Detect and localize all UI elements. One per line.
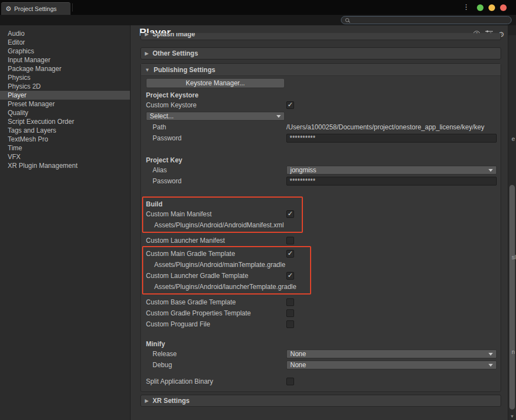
sidebar-item-preset-manager[interactable]: Preset Manager (0, 100, 130, 108)
sidebar-item-package-manager[interactable]: Package Manager (0, 64, 130, 73)
sidebar-item-input-manager[interactable]: Input Manager (0, 56, 130, 64)
settings-scroll-content: ▶ Splash Image ▶ Other Settings ▼ Publis… (140, 33, 501, 407)
keystore-password-field[interactable]: ********** (286, 134, 497, 143)
main-template-path: Assets/Plugins/Android/mainTemplate.grad… (146, 259, 310, 270)
sidebar-item-script-execution-order[interactable]: Script Execution Order (0, 117, 130, 126)
chevron-down-icon (488, 353, 493, 356)
section-splash-image-clipped: ▶ Splash Image (140, 33, 501, 41)
sidebar-item-graphics[interactable]: Graphics (0, 47, 130, 56)
window-minimize-button[interactable] (488, 4, 495, 11)
key-password-label: Password (146, 177, 286, 185)
search-box[interactable] (341, 16, 512, 24)
background-window-fragment: n (512, 348, 515, 355)
key-password-value: ********** (290, 177, 316, 185)
keystore-manager-button[interactable]: Keystore Manager... (146, 78, 285, 88)
settings-category-list: Audio Editor Graphics Input Manager Pack… (0, 25, 131, 420)
minify-debug-dropdown[interactable]: None (286, 361, 497, 369)
sidebar-item-quality[interactable]: Quality (0, 108, 130, 117)
search-input[interactable] (351, 17, 511, 24)
annotation-highlight-gradle: Custom Main Gradle Template Assets/Plugi… (142, 246, 311, 294)
section-header-xr-settings[interactable]: ▶ XR Settings (140, 395, 501, 407)
search-icon (345, 18, 349, 22)
custom-launcher-manifest-label: Custom Launcher Manifest (146, 237, 286, 244)
custom-base-gradle-checkbox[interactable] (286, 298, 294, 306)
sidebar-item-audio[interactable]: Audio (0, 29, 130, 38)
minify-release-dropdown[interactable]: None (286, 350, 497, 358)
tab-title: Project Settings (14, 6, 57, 12)
tab-divider (72, 3, 73, 12)
alias-dropdown[interactable]: jongmiss (286, 166, 497, 174)
sidebar-item-time[interactable]: Time (0, 144, 130, 152)
custom-base-gradle-label: Custom Base Gradle Template (146, 298, 286, 306)
path-label: Path (146, 123, 286, 131)
custom-keystore-checkbox[interactable] (286, 101, 294, 109)
keystore-path-value: /Users/a1000258/Documents/project/onesto… (286, 123, 485, 131)
sidebar-item-physics-2d[interactable]: Physics 2D (0, 82, 130, 91)
sidebar-item-editor[interactable]: Editor (0, 38, 130, 47)
gear-icon: ⚙ (6, 5, 12, 13)
project-keystore-heading: Project Keystore (146, 91, 501, 100)
keystore-select-value: Select... (150, 112, 173, 120)
custom-main-manifest-label: Custom Main Manifest (146, 210, 286, 218)
custom-launcher-gradle-label: Custom Launcher Gradle Template (146, 272, 286, 280)
more-menu-icon[interactable]: ⋮ (463, 3, 470, 11)
sidebar-item-tags-and-layers[interactable]: Tags and Layers (0, 126, 130, 135)
section-label: Other Settings (153, 50, 198, 57)
background-window-fragment: e (512, 135, 515, 142)
split-application-binary-label: Split Application Binary (146, 378, 286, 385)
minify-release-value: None (290, 350, 306, 358)
alias-label: Alias (146, 166, 286, 174)
scrollbar-down-arrow-icon[interactable]: ▼ (508, 414, 516, 419)
custom-gradle-properties-checkbox[interactable] (286, 309, 294, 317)
custom-launcher-manifest-checkbox[interactable] (286, 237, 294, 244)
custom-main-gradle-checkbox[interactable] (286, 250, 294, 258)
custom-main-manifest-checkbox[interactable] (286, 210, 294, 218)
vertical-scrollbar[interactable]: ▼ (508, 25, 516, 420)
split-application-binary-checkbox[interactable] (286, 378, 294, 385)
foldout-expanded-icon: ▼ (145, 67, 150, 73)
sidebar-item-textmesh-pro[interactable]: TextMesh Pro (0, 135, 130, 144)
background-window-fragment: sl (512, 254, 516, 260)
publishing-settings-content: Keystore Manager... Project Keystore Cus… (141, 76, 501, 391)
keystore-password-label: Password (146, 134, 286, 142)
android-manifest-path: Assets/Plugins/Android/AndroidManifest.x… (146, 220, 302, 231)
minify-heading: Minify (146, 340, 501, 348)
launcher-template-path: Assets/Plugins/Android/launcherTemplate.… (146, 281, 310, 292)
scrollbar-top-cap (508, 25, 516, 35)
foldout-collapsed-icon: ▶ (145, 398, 149, 403)
scrollbar-thumb[interactable] (509, 185, 515, 410)
chevron-down-icon (488, 364, 493, 367)
section-header-publishing-settings[interactable]: ▼ Publishing Settings (141, 64, 501, 76)
sidebar-item-xr-plugin-management[interactable]: XR Plugin Management (0, 161, 130, 170)
keystore-password-value: ********** (290, 134, 316, 142)
custom-proguard-file-checkbox[interactable] (286, 320, 294, 328)
window-zoom-button[interactable] (477, 4, 484, 11)
minify-debug-label: Debug (146, 361, 286, 369)
foldout-collapsed-icon: ▶ (145, 33, 149, 37)
custom-proguard-file-label: Custom Proguard File (146, 320, 286, 328)
player-settings-panel: Player ? ⚙ ▶ Splash Image (131, 25, 508, 420)
build-heading: Build (146, 200, 302, 209)
sidebar-item-player[interactable]: Player (0, 91, 130, 100)
project-key-heading: Project Key (146, 156, 501, 165)
section-label: Splash Image (153, 33, 195, 38)
chevron-down-icon (488, 169, 493, 172)
sidebar-item-physics[interactable]: Physics (0, 73, 130, 82)
custom-gradle-properties-label: Custom Gradle Properties Template (146, 309, 286, 317)
keystore-select-dropdown[interactable]: Select... (146, 112, 285, 121)
section-header-splash-image[interactable]: ▶ Splash Image (140, 33, 501, 40)
section-publishing-settings: ▼ Publishing Settings Keystore Manager..… (140, 63, 501, 392)
annotation-highlight-build: Build Custom Main Manifest Assets/Plugin… (142, 197, 303, 233)
section-label: Publishing Settings (154, 66, 215, 74)
section-header-other-settings[interactable]: ▶ Other Settings (140, 47, 501, 59)
tab-project-settings[interactable]: ⚙ Project Settings (1, 2, 70, 15)
alias-value: jongmiss (290, 166, 316, 174)
sidebar-item-vfx[interactable]: VFX (0, 152, 130, 161)
key-password-field[interactable]: ********** (286, 177, 497, 186)
minify-debug-value: None (290, 361, 306, 369)
custom-launcher-gradle-checkbox[interactable] (286, 272, 294, 280)
window-close-button[interactable] (500, 4, 507, 11)
custom-keystore-label: Custom Keystore (146, 101, 286, 109)
chevron-down-icon (276, 115, 281, 118)
custom-main-gradle-label: Custom Main Gradle Template (146, 250, 286, 258)
